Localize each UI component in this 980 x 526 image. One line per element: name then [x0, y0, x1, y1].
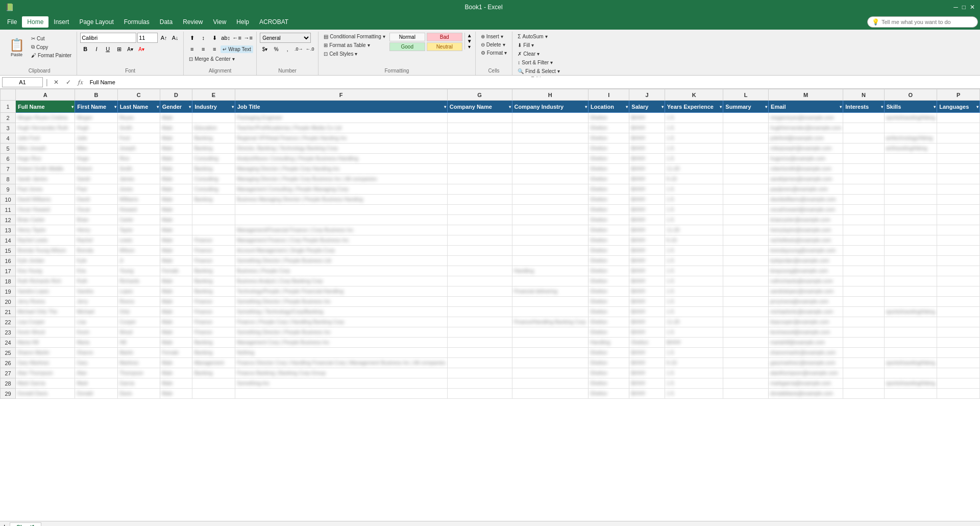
table-cell[interactable] [843, 327, 884, 338]
table-cell[interactable]: briancarter@example.com [769, 215, 843, 225]
table-cell[interactable]: Male [160, 317, 192, 327]
table-cell[interactable]: Joseph [117, 144, 160, 154]
table-cell[interactable]: $#### [629, 256, 665, 266]
table-cell[interactable]: $#### [629, 317, 665, 327]
number-format-select[interactable]: General [260, 33, 311, 43]
table-cell[interactable]: Megan Reyes Cristina [16, 113, 75, 123]
table-cell[interactable] [884, 389, 937, 399]
comma-btn[interactable]: , [282, 44, 292, 54]
table-cell[interactable]: Jr [117, 256, 160, 266]
decrease-font-btn[interactable]: A↓ [170, 33, 180, 43]
col-header-g[interactable]: G [447, 89, 512, 101]
filter-icon-11[interactable]: ▾ [765, 104, 767, 109]
style-good[interactable]: Good [389, 42, 425, 51]
table-cell[interactable]: Male [160, 368, 192, 378]
table-cell[interactable]: Male [160, 174, 192, 184]
cell-ref-box[interactable] [2, 77, 43, 87]
table-cell[interactable]: Shelton [589, 174, 629, 184]
table-cell[interactable] [447, 297, 512, 307]
table-cell[interactable]: Shelton [589, 276, 629, 286]
table-cell[interactable] [723, 348, 769, 358]
data-header-summary[interactable]: Summary▾ [723, 101, 769, 113]
delete-cells-btn[interactable]: ⊖ Delete ▾ [479, 41, 509, 49]
table-cell[interactable]: Thompson [117, 368, 160, 378]
table-cell[interactable]: Handling [589, 338, 629, 348]
table-cell[interactable]: 1-5 [665, 378, 723, 389]
table-cell[interactable]: oscarhoward@example.com [769, 205, 843, 215]
currency-btn[interactable]: $▾ [260, 44, 270, 54]
table-cell[interactable] [512, 378, 589, 389]
table-cell[interactable]: mariahill@example.com [769, 338, 843, 348]
table-cell[interactable]: 1-5 [665, 133, 723, 144]
filter-icon-13[interactable]: ▾ [881, 104, 883, 109]
table-cell[interactable] [937, 235, 980, 246]
table-cell[interactable]: Kira [75, 266, 117, 276]
table-cell[interactable] [723, 266, 769, 276]
table-cell[interactable]: Brenda [75, 246, 117, 256]
table-cell[interactable]: Brenda Young Wilson [16, 246, 75, 256]
table-cell[interactable] [723, 338, 769, 348]
sheet-tab-1[interactable]: Sheet1 [10, 522, 41, 526]
merge-dropdown-icon[interactable]: ▾ [232, 56, 235, 62]
table-cell[interactable]: Banking [192, 368, 235, 378]
table-cell[interactable]: sports/traveling/hiking [884, 307, 937, 317]
table-cell[interactable] [937, 338, 980, 348]
col-header-k[interactable]: K [665, 89, 723, 101]
table-cell[interactable] [723, 276, 769, 286]
menu-file[interactable]: File [2, 16, 22, 28]
table-cell[interactable] [884, 184, 937, 195]
table-cell[interactable]: michaelortiz@example.com [769, 307, 843, 317]
table-cell[interactable] [192, 215, 235, 225]
table-cell[interactable]: Shelton [589, 133, 629, 144]
table-cell[interactable]: 1-5 [665, 307, 723, 317]
table-cell[interactable]: Rice [117, 154, 160, 164]
table-cell[interactable]: Account Management | Single People-Corp [235, 246, 447, 256]
table-cell[interactable] [843, 246, 884, 256]
table-cell[interactable]: Managing Director | People Corp Handing-… [235, 164, 447, 174]
table-cell[interactable]: Michael Ortiz The [16, 307, 75, 317]
table-cell[interactable]: Gary [75, 358, 117, 368]
table-cell[interactable]: kylejordan@example.com [769, 256, 843, 266]
cut-button[interactable]: ✂ Cut [29, 35, 74, 42]
table-cell[interactable]: Megan [75, 113, 117, 123]
col-header-d[interactable]: D [160, 89, 192, 101]
table-cell[interactable]: Williams [117, 195, 160, 205]
table-cell[interactable]: 11-20 [665, 164, 723, 174]
table-cell[interactable]: Sandra [75, 286, 117, 297]
filter-icon-4[interactable]: ▾ [232, 104, 234, 109]
table-cell[interactable]: $#### [629, 246, 665, 256]
table-cell[interactable] [723, 195, 769, 205]
table-cell[interactable]: 6-10 [665, 174, 723, 184]
table-cell[interactable]: Male [160, 307, 192, 317]
table-cell[interactable]: Teacher/Prof/Academia | People Media Co … [235, 123, 447, 133]
table-cell[interactable] [447, 144, 512, 154]
align-middle-btn[interactable]: ↕ [198, 33, 208, 43]
table-cell[interactable]: Managing Director | People Corp Business… [235, 174, 447, 184]
col-header-j[interactable]: J [629, 89, 665, 101]
filter-icon-3[interactable]: ▾ [189, 104, 191, 109]
align-right-btn[interactable]: ≡ [209, 44, 219, 54]
table-cell[interactable]: Director, Banking | Technology Banking C… [235, 144, 447, 154]
table-cell[interactable] [723, 246, 769, 256]
table-cell[interactable]: Male [160, 164, 192, 174]
table-cell[interactable]: Lopez [117, 286, 160, 297]
table-cell[interactable]: Lewis [117, 235, 160, 246]
table-cell[interactable] [884, 327, 937, 338]
table-cell[interactable] [192, 113, 235, 123]
increase-decimal-btn[interactable]: .0→ [293, 44, 304, 54]
table-cell[interactable]: Julie [75, 133, 117, 144]
table-cell[interactable]: Kyle Jordan [16, 256, 75, 266]
table-cell[interactable]: Hugh [75, 123, 117, 133]
table-cell[interactable]: Hill [117, 338, 160, 348]
table-cell[interactable] [512, 276, 589, 286]
table-cell[interactable]: Lisa [75, 317, 117, 327]
table-cell[interactable] [884, 154, 937, 164]
table-cell[interactable]: 1-5 [665, 297, 723, 307]
table-cell[interactable]: Shelton [589, 164, 629, 174]
table-cell[interactable]: Shelton [589, 297, 629, 307]
format-painter-button[interactable]: 🖌 Format Painter [29, 52, 74, 59]
table-cell[interactable]: Management Corp | People Business Inc [235, 338, 447, 348]
table-cell[interactable] [884, 123, 937, 133]
table-cell[interactable]: Finance/Handling Banking Corp [512, 317, 589, 327]
table-cell[interactable] [884, 368, 937, 378]
